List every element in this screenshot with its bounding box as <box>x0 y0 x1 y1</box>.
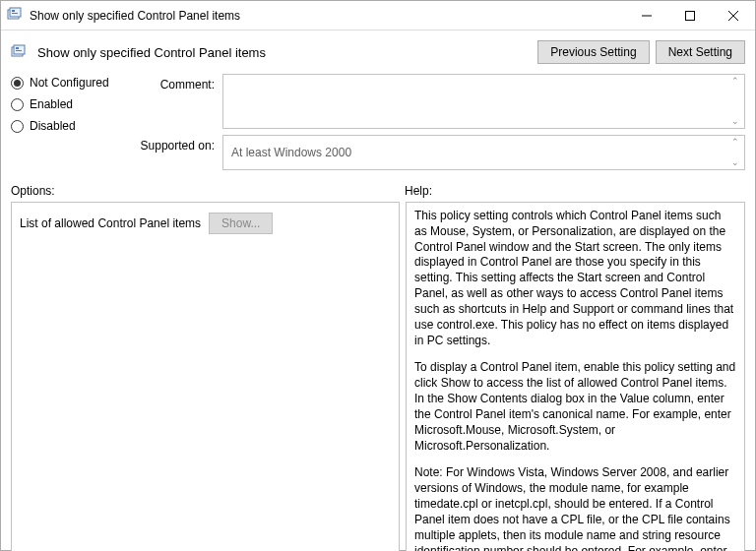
header-row: Show only specified Control Panel items … <box>1 31 755 68</box>
titlebar: Show only specified Control Panel items <box>1 1 755 31</box>
close-button[interactable] <box>712 1 755 30</box>
options-pane: List of allowed Control Panel items Show… <box>11 202 400 551</box>
next-setting-button[interactable]: Next Setting <box>656 40 745 64</box>
svg-rect-1 <box>10 8 21 17</box>
svg-rect-5 <box>686 11 695 20</box>
svg-rect-3 <box>12 13 18 14</box>
policy-editor-window: Show only specified Control Panel items … <box>0 0 756 551</box>
comment-row: Comment: ⌃⌄ <box>139 74 745 129</box>
supported-box: At least Windows 2000 ⌃⌄ <box>222 135 745 170</box>
scroll-arrows-icon: ⌃⌄ <box>728 77 742 126</box>
previous-setting-button[interactable]: Previous Setting <box>537 40 649 64</box>
radio-label: Not Configured <box>30 76 109 90</box>
options-label: Options: <box>11 184 405 198</box>
svg-rect-9 <box>14 45 25 54</box>
comment-label: Comment: <box>139 74 222 129</box>
nav-buttons: Previous Setting Next Setting <box>537 40 745 64</box>
radio-icon <box>11 77 24 90</box>
window-title: Show only specified Control Panel items <box>30 9 625 23</box>
comment-input[interactable]: ⌃⌄ <box>222 74 745 129</box>
supported-label: Supported on: <box>139 135 222 170</box>
panes-row: List of allowed Control Panel items Show… <box>1 202 755 551</box>
svg-rect-11 <box>16 50 22 51</box>
minimize-button[interactable] <box>625 1 668 30</box>
scroll-arrows-icon: ⌃⌄ <box>728 138 742 167</box>
policy-icon <box>7 7 24 24</box>
radio-icon <box>11 98 24 111</box>
help-paragraph: This policy setting controls which Contr… <box>414 209 736 348</box>
show-button[interactable]: Show... <box>209 213 273 234</box>
help-paragraph: Note: For Windows Vista, Windows Server … <box>414 465 736 551</box>
radio-disabled[interactable]: Disabled <box>11 119 139 133</box>
state-radio-group: Not Configured Enabled Disabled <box>11 74 139 176</box>
radio-not-configured[interactable]: Not Configured <box>11 76 139 90</box>
options-item-label: List of allowed Control Panel items <box>20 216 201 230</box>
policy-icon <box>11 44 28 61</box>
options-item-row: List of allowed Control Panel items Show… <box>20 213 391 234</box>
supported-row: Supported on: At least Windows 2000 ⌃⌄ <box>139 135 745 170</box>
svg-rect-2 <box>12 10 15 12</box>
policy-title: Show only specified Control Panel items <box>37 45 266 60</box>
radio-label: Disabled <box>30 119 76 133</box>
config-row: Not Configured Enabled Disabled Comment:… <box>1 68 755 176</box>
supported-text: At least Windows 2000 <box>231 146 351 159</box>
radio-enabled[interactable]: Enabled <box>11 97 139 111</box>
panes-label-row: Options: Help: <box>1 176 755 202</box>
radio-label: Enabled <box>30 97 73 111</box>
help-label: Help: <box>405 184 432 198</box>
help-paragraph: To display a Control Panel item, enable … <box>414 360 736 454</box>
radio-icon <box>11 120 24 133</box>
help-pane[interactable]: This policy setting controls which Contr… <box>406 202 745 551</box>
svg-rect-10 <box>16 47 19 49</box>
maximize-button[interactable] <box>668 1 712 30</box>
